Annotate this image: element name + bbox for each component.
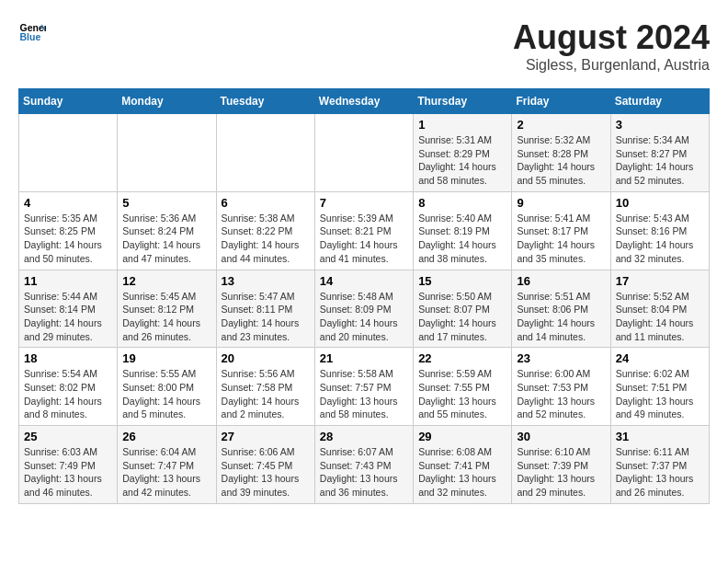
calendar-cell: 25Sunrise: 6:03 AM Sunset: 7:49 PM Dayli… <box>19 426 118 504</box>
day-info: Sunrise: 5:32 AM Sunset: 8:28 PM Dayligh… <box>517 133 605 188</box>
day-number: 13 <box>222 274 310 288</box>
day-number: 5 <box>122 196 210 210</box>
day-info: Sunrise: 5:41 AM Sunset: 8:17 PM Dayligh… <box>517 212 605 266</box>
weekday-header-wednesday: Wednesday <box>314 89 413 114</box>
day-number: 9 <box>517 196 605 210</box>
calendar-cell <box>216 114 314 192</box>
calendar-cell: 27Sunrise: 6:06 AM Sunset: 7:45 PM Dayli… <box>216 426 314 504</box>
calendar-cell: 21Sunrise: 5:58 AM Sunset: 7:57 PM Dayli… <box>314 348 413 426</box>
calendar-cell: 14Sunrise: 5:48 AM Sunset: 8:09 PM Dayli… <box>314 270 413 348</box>
calendar-cell: 18Sunrise: 5:54 AM Sunset: 8:02 PM Dayli… <box>19 348 118 426</box>
day-info: Sunrise: 5:59 AM Sunset: 7:55 PM Dayligh… <box>418 367 506 421</box>
day-info: Sunrise: 5:43 AM Sunset: 8:16 PM Dayligh… <box>616 212 704 266</box>
calendar-cell: 24Sunrise: 6:02 AM Sunset: 7:51 PM Dayli… <box>610 348 709 426</box>
calendar-week-row: 1Sunrise: 5:31 AM Sunset: 8:29 PM Daylig… <box>19 114 710 192</box>
subtitle: Sigless, Burgenland, Austria <box>513 57 710 74</box>
day-number: 21 <box>320 351 408 365</box>
main-title: August 2024 <box>513 18 710 57</box>
day-number: 25 <box>24 430 112 443</box>
calendar-cell: 11Sunrise: 5:44 AM Sunset: 8:14 PM Dayli… <box>19 270 118 348</box>
calendar-cell: 1Sunrise: 5:31 AM Sunset: 8:29 PM Daylig… <box>414 114 512 192</box>
day-number: 11 <box>24 274 112 288</box>
weekday-header-thursday: Thursday <box>414 89 512 114</box>
calendar-cell: 28Sunrise: 6:07 AM Sunset: 7:43 PM Dayli… <box>314 426 413 504</box>
calendar-week-row: 18Sunrise: 5:54 AM Sunset: 8:02 PM Dayli… <box>19 348 710 426</box>
day-number: 30 <box>517 430 605 443</box>
day-number: 7 <box>320 196 408 210</box>
day-info: Sunrise: 6:00 AM Sunset: 7:53 PM Dayligh… <box>517 367 605 421</box>
calendar-cell: 29Sunrise: 6:08 AM Sunset: 7:41 PM Dayli… <box>414 426 512 504</box>
weekday-header-friday: Friday <box>512 89 610 114</box>
day-number: 14 <box>320 274 408 288</box>
day-number: 2 <box>517 118 605 132</box>
day-info: Sunrise: 6:06 AM Sunset: 7:45 PM Dayligh… <box>222 445 310 500</box>
calendar-cell: 30Sunrise: 6:10 AM Sunset: 7:39 PM Dayli… <box>512 426 610 504</box>
weekday-header-saturday: Saturday <box>610 89 709 114</box>
day-info: Sunrise: 5:52 AM Sunset: 8:04 PM Dayligh… <box>616 290 704 344</box>
day-info: Sunrise: 6:08 AM Sunset: 7:41 PM Dayligh… <box>418 445 506 500</box>
day-info: Sunrise: 5:55 AM Sunset: 8:00 PM Dayligh… <box>122 367 210 421</box>
day-number: 15 <box>418 274 506 288</box>
calendar-cell: 7Sunrise: 5:39 AM Sunset: 8:21 PM Daylig… <box>314 191 413 270</box>
day-number: 19 <box>122 351 210 365</box>
day-number: 12 <box>122 274 210 288</box>
logo-icon: General Blue <box>18 18 46 46</box>
day-number: 1 <box>418 118 506 132</box>
day-info: Sunrise: 5:35 AM Sunset: 8:25 PM Dayligh… <box>24 212 112 266</box>
weekday-header-row: SundayMondayTuesdayWednesdayThursdayFrid… <box>19 89 710 114</box>
day-info: Sunrise: 6:02 AM Sunset: 7:51 PM Dayligh… <box>616 367 704 421</box>
calendar-cell: 2Sunrise: 5:32 AM Sunset: 8:28 PM Daylig… <box>512 114 610 192</box>
calendar-cell: 16Sunrise: 5:51 AM Sunset: 8:06 PM Dayli… <box>512 270 610 348</box>
day-info: Sunrise: 5:51 AM Sunset: 8:06 PM Dayligh… <box>517 290 605 344</box>
day-number: 3 <box>616 118 704 132</box>
day-info: Sunrise: 5:48 AM Sunset: 8:09 PM Dayligh… <box>320 290 408 344</box>
calendar-week-row: 11Sunrise: 5:44 AM Sunset: 8:14 PM Dayli… <box>19 270 710 348</box>
calendar-cell: 4Sunrise: 5:35 AM Sunset: 8:25 PM Daylig… <box>19 191 118 270</box>
calendar-cell: 13Sunrise: 5:47 AM Sunset: 8:11 PM Dayli… <box>216 270 314 348</box>
day-info: Sunrise: 5:40 AM Sunset: 8:19 PM Dayligh… <box>418 212 506 266</box>
day-info: Sunrise: 5:44 AM Sunset: 8:14 PM Dayligh… <box>24 290 112 344</box>
calendar-cell: 8Sunrise: 5:40 AM Sunset: 8:19 PM Daylig… <box>414 191 512 270</box>
day-number: 22 <box>418 351 506 365</box>
weekday-header-monday: Monday <box>118 89 216 114</box>
calendar-table: SundayMondayTuesdayWednesdayThursdayFrid… <box>18 88 710 504</box>
day-number: 29 <box>418 430 506 443</box>
calendar-cell: 10Sunrise: 5:43 AM Sunset: 8:16 PM Dayli… <box>610 191 709 270</box>
calendar-cell: 20Sunrise: 5:56 AM Sunset: 7:58 PM Dayli… <box>216 348 314 426</box>
day-info: Sunrise: 5:31 AM Sunset: 8:29 PM Dayligh… <box>418 133 506 188</box>
day-info: Sunrise: 5:36 AM Sunset: 8:24 PM Dayligh… <box>122 212 210 266</box>
calendar-cell: 31Sunrise: 6:11 AM Sunset: 7:37 PM Dayli… <box>610 426 709 504</box>
calendar-week-row: 4Sunrise: 5:35 AM Sunset: 8:25 PM Daylig… <box>19 191 710 270</box>
day-number: 16 <box>517 274 605 288</box>
weekday-header-tuesday: Tuesday <box>216 89 314 114</box>
day-info: Sunrise: 5:45 AM Sunset: 8:12 PM Dayligh… <box>122 290 210 344</box>
calendar-cell <box>19 114 118 192</box>
calendar-cell: 5Sunrise: 5:36 AM Sunset: 8:24 PM Daylig… <box>118 191 216 270</box>
svg-text:Blue: Blue <box>20 31 41 42</box>
day-info: Sunrise: 5:50 AM Sunset: 8:07 PM Dayligh… <box>418 290 506 344</box>
day-info: Sunrise: 5:34 AM Sunset: 8:27 PM Dayligh… <box>616 133 704 188</box>
day-number: 27 <box>222 430 310 443</box>
day-number: 24 <box>616 351 704 365</box>
calendar-cell <box>314 114 413 192</box>
day-number: 31 <box>616 430 704 443</box>
calendar-cell: 26Sunrise: 6:04 AM Sunset: 7:47 PM Dayli… <box>118 426 216 504</box>
day-info: Sunrise: 5:38 AM Sunset: 8:22 PM Dayligh… <box>222 212 310 266</box>
day-info: Sunrise: 6:04 AM Sunset: 7:47 PM Dayligh… <box>122 445 210 500</box>
day-info: Sunrise: 6:11 AM Sunset: 7:37 PM Dayligh… <box>616 445 704 500</box>
day-info: Sunrise: 5:54 AM Sunset: 8:02 PM Dayligh… <box>24 367 112 421</box>
calendar-cell <box>118 114 216 192</box>
day-info: Sunrise: 5:47 AM Sunset: 8:11 PM Dayligh… <box>222 290 310 344</box>
day-number: 28 <box>320 430 408 443</box>
calendar-cell: 3Sunrise: 5:34 AM Sunset: 8:27 PM Daylig… <box>610 114 709 192</box>
day-number: 20 <box>222 351 310 365</box>
day-number: 26 <box>122 430 210 443</box>
header: General Blue August 2024 Sigless, Burgen… <box>18 18 710 74</box>
calendar-week-row: 25Sunrise: 6:03 AM Sunset: 7:49 PM Dayli… <box>19 426 710 504</box>
calendar-cell: 12Sunrise: 5:45 AM Sunset: 8:12 PM Dayli… <box>118 270 216 348</box>
day-number: 18 <box>24 351 112 365</box>
day-info: Sunrise: 5:58 AM Sunset: 7:57 PM Dayligh… <box>320 367 408 421</box>
calendar-cell: 9Sunrise: 5:41 AM Sunset: 8:17 PM Daylig… <box>512 191 610 270</box>
day-info: Sunrise: 6:10 AM Sunset: 7:39 PM Dayligh… <box>517 445 605 500</box>
calendar-cell: 19Sunrise: 5:55 AM Sunset: 8:00 PM Dayli… <box>118 348 216 426</box>
